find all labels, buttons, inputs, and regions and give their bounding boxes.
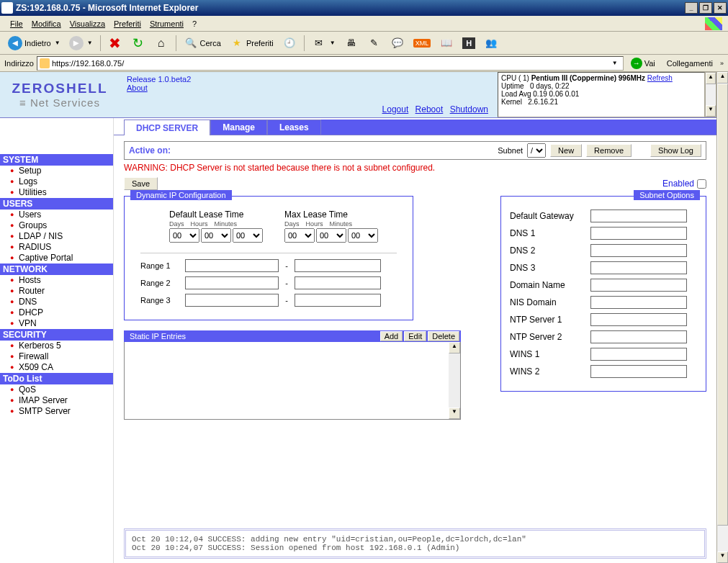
new-button[interactable]: New <box>550 144 582 157</box>
remove-button[interactable]: Remove <box>586 144 632 157</box>
subnet-input-dns-2[interactable] <box>590 244 687 257</box>
menu-preferiti[interactable]: Preferiti <box>109 18 145 30</box>
print-button[interactable]: 🖶 <box>341 34 362 53</box>
forward-button[interactable]: ► ▼ <box>66 34 96 53</box>
sidebar-item-firewall[interactable]: Firewall <box>0 351 113 362</box>
h-button[interactable]: H <box>459 34 479 53</box>
range2-end[interactable] <box>295 276 381 289</box>
default-lease-days[interactable]: 00 <box>169 228 199 243</box>
search-button[interactable]: 🔍Cerca <box>180 34 225 53</box>
scroll-up-icon[interactable]: ▲ <box>706 73 716 84</box>
menu-strumenti[interactable]: Strumenti <box>145 18 188 30</box>
forward-dropdown-icon[interactable]: ▼ <box>87 40 93 46</box>
sidebar-item-utilities[interactable]: Utilities <box>0 187 113 198</box>
reboot-link[interactable]: Reboot <box>415 104 444 114</box>
subnet-input-wins-2[interactable] <box>590 365 687 378</box>
sidebar-item-router[interactable]: Router <box>0 286 113 297</box>
static-add-button[interactable]: Add <box>380 331 403 341</box>
sidebar-item-dns[interactable]: DNS <box>0 297 113 307</box>
default-lease-hours[interactable]: 00 <box>201 228 231 243</box>
messenger-button[interactable]: 👥 <box>480 34 502 53</box>
showlog-button[interactable]: Show Log <box>650 144 701 157</box>
subnet-input-nis-domain[interactable] <box>590 296 687 309</box>
sidebar-item-x509-ca[interactable]: X509 CA <box>0 362 113 373</box>
sidebar-item-setup[interactable]: Setup <box>0 166 113 176</box>
stop-button[interactable]: ✖ <box>104 34 126 53</box>
menu-help[interactable]: ? <box>188 18 201 30</box>
sysinfo-scrollbar[interactable]: ▲ ▼ <box>705 72 716 117</box>
logout-link[interactable]: Logout <box>382 104 409 114</box>
range1-start[interactable] <box>185 259 279 272</box>
max-lease-hours[interactable]: 00 <box>316 228 346 243</box>
static-scrollbar[interactable]: ▲▼ <box>449 342 460 419</box>
back-dropdown-icon[interactable]: ▼ <box>55 40 60 46</box>
refresh-link[interactable]: Refresh <box>647 74 673 82</box>
address-input[interactable]: https://192.168.0.75/ ▼ <box>37 56 624 71</box>
edit-button[interactable]: ✎ <box>364 34 385 53</box>
static-entries-list[interactable] <box>125 342 449 419</box>
range3-end[interactable] <box>295 294 381 307</box>
links-label[interactable]: Collegamenti <box>662 59 717 68</box>
subnet-input-default-gateway[interactable] <box>590 210 687 222</box>
sidebar-item-smtp-server[interactable]: SMTP Server <box>0 406 113 417</box>
sidebar-item-kerberos-5[interactable]: Kerberos 5 <box>0 341 113 351</box>
sidebar-item-hosts[interactable]: Hosts <box>0 275 113 286</box>
mail-button[interactable]: ✉▼ <box>308 34 339 53</box>
range2-start[interactable] <box>185 276 279 289</box>
links-chevron-icon[interactable]: » <box>720 60 724 67</box>
static-delete-button[interactable]: Delete <box>428 331 459 341</box>
sidebar-item-captive-portal[interactable]: Captive Portal <box>0 253 113 264</box>
range1-end[interactable] <box>295 259 381 272</box>
sidebar-section-security: SECURITY <box>0 329 113 341</box>
page-icon <box>40 58 50 68</box>
max-lease-days[interactable]: 00 <box>284 228 315 243</box>
history-button[interactable]: 🕘 <box>279 34 300 53</box>
sidebar-item-radius[interactable]: RADIUS <box>0 242 113 253</box>
sidebar-item-logs[interactable]: Logs <box>0 176 113 187</box>
minimize-button[interactable]: _ <box>685 2 698 14</box>
address-dropdown-icon[interactable]: ▼ <box>609 60 621 66</box>
page-scrollbar[interactable]: ▲ ▼ <box>716 72 728 563</box>
sidebar-item-vpn[interactable]: VPN <box>0 318 113 329</box>
max-lease-minutes[interactable]: 00 <box>348 228 378 243</box>
sidebar-item-imap-server[interactable]: IMAP Server <box>0 395 113 406</box>
subnet-input-dns-3[interactable] <box>590 261 687 274</box>
tab-manage[interactable]: Manage <box>210 120 267 135</box>
sidebar-item-users[interactable]: Users <box>0 210 113 220</box>
discuss-button[interactable]: 💬 <box>387 34 408 53</box>
close-button[interactable]: ✕ <box>714 2 727 14</box>
enabled-checkbox[interactable] <box>697 179 706 189</box>
sidebar-item-dhcp[interactable]: DHCP <box>0 307 113 318</box>
menu-file[interactable]: File <box>6 18 27 30</box>
subnet-input-wins-1[interactable] <box>590 348 687 361</box>
shutdown-link[interactable]: Shutdown <box>450 104 488 114</box>
back-button[interactable]: ◄ Indietro ▼ <box>4 34 64 53</box>
favorites-button[interactable]: ★Preferiti <box>226 34 277 53</box>
tab-leases[interactable]: Leases <box>267 120 321 135</box>
menu-visualizza[interactable]: Visualizza <box>66 18 109 30</box>
default-lease-minutes[interactable]: 00 <box>233 228 263 243</box>
sidebar-item-qos[interactable]: QoS <box>0 384 113 395</box>
go-button[interactable]: → Vai <box>626 56 660 71</box>
restore-button[interactable]: ❐ <box>699 2 712 14</box>
subnet-input-ntp-server-2[interactable] <box>590 330 687 343</box>
scroll-down-icon[interactable]: ▼ <box>706 105 716 117</box>
research-button[interactable]: 📖 <box>436 34 457 53</box>
subnet-select[interactable]: / <box>527 143 546 158</box>
static-edit-button[interactable]: Edit <box>404 331 426 341</box>
subnet-input-ntp-server-1[interactable] <box>590 313 687 326</box>
home-button[interactable]: ⌂ <box>150 34 172 53</box>
page-scroll-up[interactable]: ▲ <box>717 72 728 84</box>
subnet-input-domain-name[interactable] <box>590 279 687 292</box>
tab-dhcp-server[interactable]: DHCP SERVER <box>124 120 210 135</box>
subnet-input-dns-1[interactable] <box>590 227 687 240</box>
sidebar-item-groups[interactable]: Groups <box>0 220 113 231</box>
about-link[interactable]: About <box>127 84 148 92</box>
menu-modifica[interactable]: Modifica <box>27 18 66 30</box>
sidebar-item-ldap-nis[interactable]: LDAP / NIS <box>0 231 113 242</box>
save-button[interactable]: Save <box>124 177 158 190</box>
xml-button[interactable]: XML <box>410 34 435 53</box>
range3-start[interactable] <box>185 294 279 307</box>
page-scroll-down[interactable]: ▼ <box>717 551 728 563</box>
refresh-button[interactable]: ↻ <box>127 34 149 53</box>
